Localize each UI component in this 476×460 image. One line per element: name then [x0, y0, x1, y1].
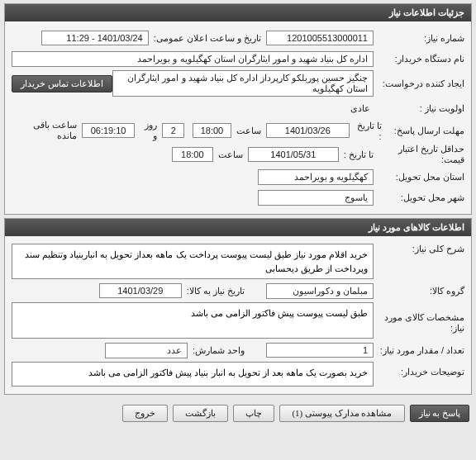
need-date-label: تاریخ نیاز به کالا:	[182, 286, 250, 296]
deadline-reply-time: 18:00	[193, 123, 231, 138]
deadline-reply-label: مهلت ارسال پاسخ:	[382, 126, 464, 136]
panel2-header: اطلاعات کالاهای مورد نیاز	[5, 219, 471, 236]
priority-label: اولویت نیاز :	[374, 103, 464, 114]
price-validity-label: حداقل تاریخ اعتبار قیمت:	[374, 144, 464, 165]
city-label: شهر محل تحویل:	[374, 192, 464, 203]
need-number-value: 1201005513000011	[266, 31, 374, 45]
print-button[interactable]: چاپ	[233, 405, 274, 422]
days-and-label: روز و	[135, 120, 162, 141]
buyer-label: نام دستگاه خریدار:	[374, 54, 464, 64]
group-value: مبلمان و دکوراسیون	[266, 283, 374, 299]
qty-label: تعداد / مقدار مورد نیاز:	[374, 345, 464, 356]
contact-buyer-button[interactable]: اطلاعات تماس خریدار	[12, 75, 112, 92]
city-value: یاسوج	[258, 190, 374, 206]
unit-value: عدد	[105, 343, 188, 358]
need-date-value: 1401/03/29	[99, 283, 182, 298]
time-label-1: ساعت	[231, 126, 266, 136]
buyer-value: اداره کل بنیاد شهید و امور ایثارگران است…	[12, 51, 374, 67]
notes-label: توضیحات خریدار:	[374, 362, 464, 377]
notes-value: خرید بصورت یک ماهه بعد از تحویل به انبار…	[12, 362, 374, 386]
price-validity-date: 1401/05/31	[248, 147, 339, 162]
remaining-time: 06:19:10	[82, 123, 136, 138]
desc-label: شرح کلی نیاز:	[374, 244, 464, 254]
need-details-panel: جزئیات اطلاعات نیاز شماره نیاز: 12010055…	[4, 3, 472, 215]
deadline-reply-date: 1401/03/26	[266, 123, 350, 138]
footer-toolbar: پاسخ به نیاز مشاهده مدارک پیوستی (1) چاپ…	[0, 398, 476, 429]
announce-value: 1401/03/24 - 11:29	[41, 31, 149, 45]
goods-info-panel: اطلاعات کالاهای مورد نیاز شرح کلی نیاز: …	[4, 218, 472, 395]
unit-label: واحد شمارش:	[188, 345, 250, 356]
price-validity-time: 18:00	[172, 147, 213, 162]
panel1-header: جزئیات اطلاعات نیاز	[5, 4, 471, 21]
to-date-label-1: تا تاریخ :	[350, 121, 382, 141]
province-value: کهگیلویه و بویراحمد	[258, 169, 374, 185]
qty-value: 1	[266, 343, 374, 358]
reply-need-button[interactable]: پاسخ به نیاز	[410, 405, 470, 422]
remaining-label: ساعت باقی مانده	[12, 120, 82, 141]
view-attachments-button[interactable]: مشاهده مدارک پیوستی (1)	[279, 405, 404, 422]
back-button[interactable]: بازگشت	[173, 405, 228, 422]
requester-label: ایجاد کننده درخواست:	[374, 78, 464, 89]
spec-value: طبق لیست پیوست پیش فاکتور الزامی می باشد	[12, 302, 374, 339]
time-label-2: ساعت	[213, 149, 248, 160]
announce-label: تاریخ و ساعت اعلان عمومی:	[149, 33, 266, 44]
group-label: گروه کالا:	[374, 286, 464, 296]
days-count: 2	[162, 123, 184, 138]
to-date-label-2: تا تاریخ :	[339, 149, 374, 160]
panel1-body: شماره نیاز: 1201005513000011 تاریخ و ساع…	[5, 21, 471, 214]
exit-button[interactable]: خروج	[122, 405, 168, 422]
desc-value: خرید اقلام مورد نیاز طبق لیست پیوست پردا…	[12, 244, 374, 279]
priority-value: عادی	[347, 102, 374, 116]
panel2-body: شرح کلی نیاز: خرید اقلام مورد نیاز طبق ل…	[5, 236, 471, 394]
need-number-label: شماره نیاز:	[374, 33, 464, 44]
requester-value: چنگیز حسین پوربلکو کارپرداز اداره کل بنی…	[112, 70, 374, 97]
spec-label: مشخصات کالای مورد نیاز:	[374, 302, 464, 334]
province-label: استان محل تحویل:	[374, 172, 464, 183]
